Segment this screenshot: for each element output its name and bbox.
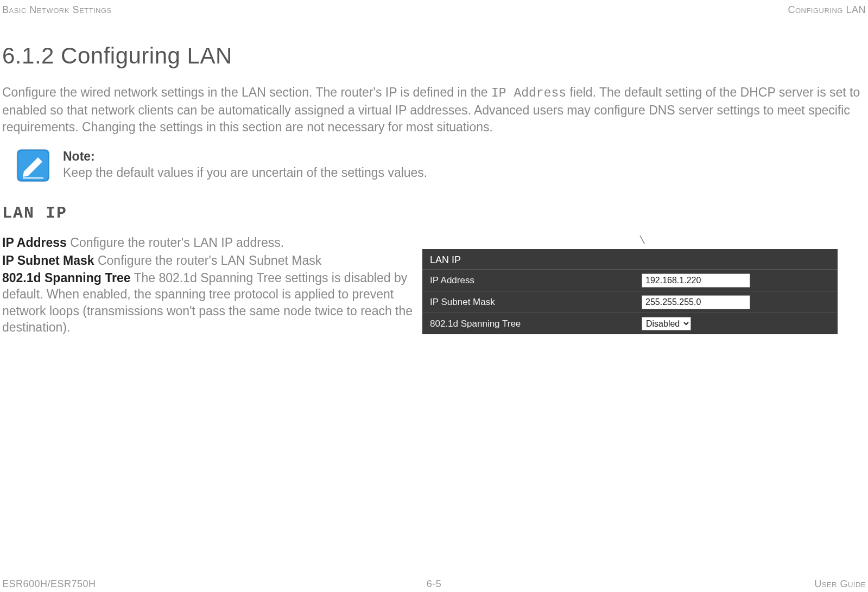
screenshot-area: \ LAN IP IP Address IP Subnet Mask 802.1…	[422, 234, 862, 334]
footer-guide-label: User Guide	[814, 578, 866, 590]
panel-title: LAN IP	[422, 249, 838, 269]
definition-desc: Configure the router's LAN Subnet Mask	[94, 253, 322, 268]
panel-label-stp: 802.1d Spanning Tree	[430, 319, 642, 329]
spanning-tree-select[interactable]: Disabled	[642, 317, 691, 330]
lan-ip-panel: LAN IP IP Address IP Subnet Mask 802.1d …	[422, 249, 838, 334]
page-header: Basic Network Settings Configuring LAN	[0, 0, 868, 16]
note-label: Note:	[63, 149, 427, 165]
stray-backslash: \	[422, 234, 862, 247]
panel-row-spanning-tree: 802.1d Spanning Tree Disabled	[422, 313, 838, 334]
note-text-container: Note: Keep the default values if you are…	[63, 149, 427, 181]
content-row: IP Address Configure the router's LAN IP…	[2, 234, 866, 336]
panel-label-ip: IP Address	[430, 275, 642, 286]
panel-row-subnet-mask: IP Subnet Mask	[422, 291, 838, 313]
section-heading-lan-ip: LAN IP	[2, 204, 866, 222]
note-body: Keep the default values if you are uncer…	[63, 165, 427, 180]
panel-row-ip-address: IP Address	[422, 269, 838, 291]
note-icon	[16, 149, 50, 182]
intro-code: IP Address	[491, 86, 566, 100]
intro-paragraph: Configure the wired network settings in …	[2, 84, 866, 136]
header-breadcrumb-left: Basic Network Settings	[2, 4, 112, 16]
definition-term: IP Subnet Mask	[2, 253, 94, 268]
note-block: Note: Keep the default values if you are…	[16, 149, 866, 182]
subnet-mask-input[interactable]	[642, 295, 750, 309]
header-breadcrumb-right: Configuring LAN	[788, 4, 866, 16]
definition-subnet-mask: IP Subnet Mask Configure the router's LA…	[2, 252, 415, 269]
footer-model: ESR600H/ESR750H	[2, 578, 96, 590]
definition-term: 802.1d Spanning Tree	[2, 271, 130, 285]
ip-address-input[interactable]	[642, 273, 750, 288]
definition-spanning-tree: 802.1d Spanning Tree The 802.1d Spanning…	[2, 270, 415, 335]
page-footer: ESR600H/ESR750H 6-5 User Guide	[2, 578, 866, 590]
panel-label-mask: IP Subnet Mask	[430, 297, 642, 308]
definition-term: IP Address	[2, 235, 67, 250]
definition-desc: Configure the router's LAN IP address.	[67, 235, 284, 250]
footer-page-number: 6-5	[427, 578, 442, 590]
intro-text-part1: Configure the wired network settings in …	[2, 85, 491, 99]
definition-ip-address: IP Address Configure the router's LAN IP…	[2, 234, 415, 251]
definitions-list: IP Address Configure the router's LAN IP…	[2, 234, 415, 336]
page-title: 6.1.2 Configuring LAN	[2, 43, 866, 69]
